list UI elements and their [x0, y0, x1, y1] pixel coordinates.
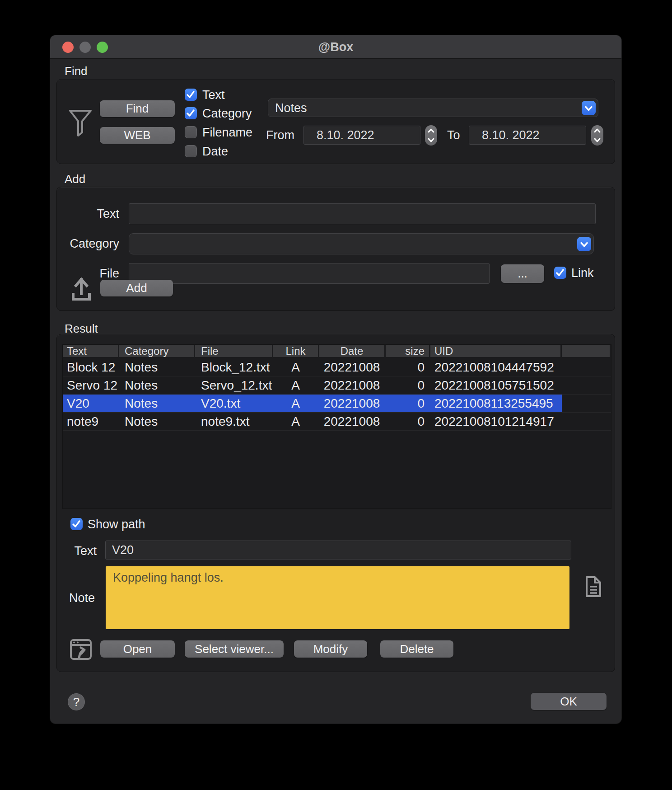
- cell-uid: 20221008113255495: [430, 395, 560, 412]
- add-text-label: Text: [68, 207, 119, 221]
- from-label: From: [266, 128, 294, 142]
- cell-size: 0: [386, 413, 429, 430]
- table-header-row: Text Category File Link Date size UID: [63, 345, 611, 357]
- add-category-label: Category: [68, 237, 119, 251]
- note-label: Note: [57, 591, 95, 605]
- filter-funnel-icon: [68, 109, 93, 138]
- add-button[interactable]: Add: [100, 280, 173, 296]
- find-category-combobox[interactable]: Notes: [268, 99, 598, 117]
- filename-checkbox[interactable]: [185, 126, 197, 138]
- window-title: @Box: [50, 35, 621, 59]
- title-bar[interactable]: @Box: [50, 35, 621, 59]
- cell-category: Notes: [119, 358, 194, 376]
- text-checkbox-label: Text: [202, 88, 225, 102]
- ok-button[interactable]: OK: [531, 693, 607, 710]
- combo-dropdown-button[interactable]: [577, 237, 591, 251]
- document-icon: [583, 576, 603, 597]
- result-table[interactable]: Text Category File Link Date size UID Bl…: [63, 345, 611, 508]
- check-icon: [185, 108, 196, 119]
- category-checkbox-label: Category: [202, 107, 252, 121]
- add-category-combobox[interactable]: [129, 233, 594, 254]
- column-header-file[interactable]: File: [195, 345, 272, 357]
- to-label: To: [447, 128, 460, 142]
- table-row[interactable]: Servo 12 Notes Servo_12.txt A 20221008 0…: [63, 376, 611, 395]
- find-category-value: Notes: [275, 101, 307, 115]
- cell-date: 20221008: [319, 358, 384, 376]
- cell-text: Servo 12: [63, 376, 118, 394]
- column-header-text[interactable]: Text: [63, 345, 118, 357]
- cell-link: A: [273, 413, 318, 430]
- cell-empty: [562, 395, 610, 412]
- date-checkbox[interactable]: [185, 145, 197, 157]
- cell-empty: [562, 376, 610, 394]
- date-checkbox-label: Date: [202, 145, 228, 159]
- cell-text: note9: [63, 413, 118, 430]
- result-text-label: Text: [59, 544, 97, 558]
- check-icon: [71, 518, 82, 530]
- find-button[interactable]: Find: [100, 100, 175, 117]
- cell-link: A: [273, 358, 318, 376]
- modify-button[interactable]: Modify: [294, 640, 367, 658]
- find-group-label: Find: [65, 64, 88, 78]
- select-viewer-button[interactable]: Select viewer...: [185, 640, 284, 658]
- chevron-down-icon: [583, 103, 594, 114]
- table-row-selected[interactable]: V20 Notes V20.txt A 20221008 0 202210081…: [63, 395, 611, 413]
- from-date-stepper[interactable]: [425, 125, 437, 146]
- cell-category: Notes: [119, 413, 194, 430]
- cell-link: A: [273, 376, 318, 394]
- show-path-checkbox[interactable]: [70, 518, 83, 530]
- result-text-input[interactable]: [105, 541, 571, 560]
- to-date-field[interactable]: [469, 126, 586, 145]
- add-text-input[interactable]: [129, 203, 596, 224]
- stepper-arrows-icon: [426, 127, 436, 143]
- cell-link: A: [273, 395, 318, 412]
- delete-button[interactable]: Delete: [380, 640, 453, 658]
- cell-file: V20.txt: [195, 395, 272, 412]
- find-groupbox: [56, 79, 615, 164]
- cell-size: 0: [386, 358, 429, 376]
- from-date-field[interactable]: [303, 126, 420, 145]
- combo-dropdown-button[interactable]: [582, 101, 596, 115]
- add-group-label: Add: [65, 172, 85, 186]
- cell-uid: 20221008105751502: [430, 376, 560, 394]
- cell-text: Block 12: [63, 358, 118, 376]
- cell-category: Notes: [119, 376, 194, 394]
- cell-date: 20221008: [319, 413, 384, 430]
- text-checkbox[interactable]: [185, 89, 197, 101]
- show-path-label: Show path: [88, 517, 145, 531]
- note-textarea[interactable]: Koppeling hangt los.: [106, 566, 569, 629]
- dialog-window: @Box Find Find WEB Text Category Filenam…: [50, 35, 621, 724]
- cell-file: Servo_12.txt: [195, 376, 272, 394]
- category-checkbox[interactable]: [185, 107, 197, 119]
- column-header-uid[interactable]: UID: [430, 345, 560, 357]
- add-file-input[interactable]: [129, 263, 490, 284]
- table-row[interactable]: note9 Notes note9.txt A 20221008 0 20221…: [63, 413, 611, 431]
- cell-size: 0: [386, 395, 429, 412]
- help-button[interactable]: ?: [68, 693, 85, 710]
- cell-text: V20: [63, 395, 118, 412]
- browse-file-button[interactable]: ...: [501, 264, 544, 283]
- web-button[interactable]: WEB: [100, 127, 175, 144]
- column-header-date[interactable]: Date: [319, 345, 384, 357]
- column-header-empty: [562, 345, 610, 357]
- cell-size: 0: [386, 376, 429, 394]
- open-button[interactable]: Open: [100, 640, 175, 658]
- chevron-down-icon: [579, 239, 590, 250]
- table-row[interactable]: Block 12 Notes Block_12.txt A 20221008 0…: [63, 358, 611, 376]
- column-header-link[interactable]: Link: [273, 345, 318, 357]
- cell-uid: 20221008104447592: [430, 358, 560, 376]
- cell-file: note9.txt: [195, 413, 272, 430]
- link-checkbox-label: Link: [571, 266, 594, 280]
- link-checkbox[interactable]: [554, 267, 566, 279]
- cell-date: 20221008: [319, 395, 384, 412]
- column-header-category[interactable]: Category: [119, 345, 194, 357]
- upload-icon: [70, 277, 92, 302]
- check-icon: [185, 89, 196, 100]
- cell-uid: 20221008101214917: [430, 413, 560, 430]
- to-date-stepper[interactable]: [591, 125, 603, 146]
- cell-empty: [562, 413, 610, 430]
- column-header-size[interactable]: size: [386, 345, 429, 357]
- open-external-window-icon: [69, 638, 93, 661]
- cell-date: 20221008: [319, 376, 384, 394]
- cell-category: Notes: [119, 395, 194, 412]
